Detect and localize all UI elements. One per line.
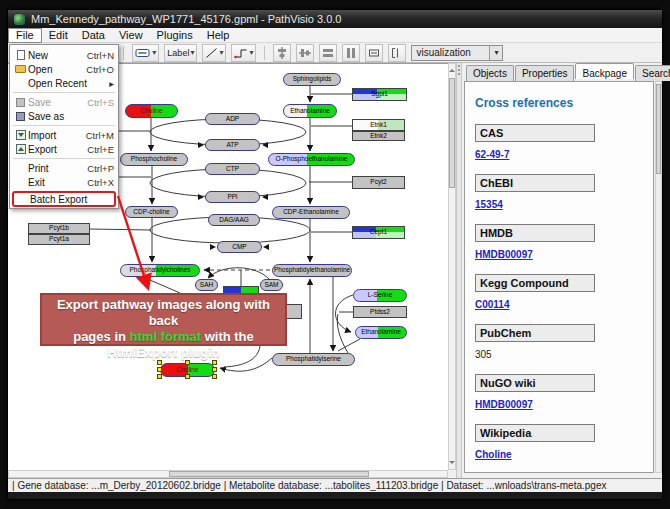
menu-item-open[interactable]: OpenCtrl+O: [10, 62, 118, 76]
selection-handle[interactable]: [157, 367, 162, 372]
pathway-node-l-serine[interactable]: L-Serine: [353, 289, 407, 302]
pathway-node-cmp[interactable]: CMP: [217, 241, 262, 253]
selection-handle[interactable]: [212, 374, 217, 379]
callout-line-2: pages in html format with the: [42, 329, 285, 345]
canvas-vertical-scrollbar[interactable]: [448, 63, 456, 470]
scrollbar-thumb[interactable]: [169, 471, 369, 477]
pathway-node-sam[interactable]: SAM: [260, 279, 283, 291]
cross-reference-link[interactable]: 62-49-7: [475, 149, 509, 160]
title-bar[interactable]: Mm_Kennedy_pathway_WP1771_45176.gpml - P…: [8, 10, 662, 28]
menu-item-batch-export[interactable]: Batch Export: [12, 191, 116, 207]
menu-item-open-recent[interactable]: Open Recent▸: [10, 76, 118, 90]
chevron-down-icon[interactable]: ▾: [190, 48, 194, 57]
menu-item-label: Import: [28, 130, 82, 141]
connector-tool-button[interactable]: ▾: [231, 44, 256, 62]
panel-scrollbar[interactable]: [655, 81, 662, 473]
tab-objects[interactable]: Objects: [466, 65, 514, 81]
pathway-node-atp[interactable]: ATP: [205, 139, 260, 151]
open-folder-icon: [13, 65, 28, 73]
chevron-down-icon[interactable]: ▾: [489, 46, 502, 60]
menu-shortcut: Ctrl+N: [83, 50, 114, 61]
new-document-icon: [17, 50, 25, 60]
menu-view[interactable]: View: [112, 28, 150, 43]
pathway-node-etnk2[interactable]: Etnk2: [352, 131, 405, 141]
pathway-node-ethanolamine[interactable]: Ethanolamine: [355, 326, 407, 339]
pathway-node-dag-aag[interactable]: DAG/AAG: [208, 214, 260, 226]
file-menu-dropdown: NewCtrl+NOpenCtrl+OOpen Recent▸SaveCtrl+…: [9, 44, 119, 209]
scale-to-fit-button[interactable]: [388, 44, 406, 62]
menu-item-import[interactable]: ImportCtrl+M: [10, 128, 118, 142]
pathway-node-adp[interactable]: ADP: [205, 113, 260, 125]
pathway-node-choline[interactable]: Choline: [125, 104, 178, 118]
pathway-node-ctp[interactable]: CTP: [205, 163, 260, 175]
tab-properties[interactable]: Properties: [515, 65, 575, 81]
pathway-node-cdp-choline[interactable]: CDP-choline: [125, 206, 178, 218]
gene-datanode-button[interactable]: ▾: [132, 44, 159, 62]
visualization-combobox[interactable]: visualization ▾: [411, 45, 503, 61]
pathway-node-ptdss2[interactable]: Ptdss2: [353, 306, 407, 318]
menu-help[interactable]: Help: [200, 28, 237, 43]
chevron-down-icon[interactable]: ▾: [152, 48, 156, 57]
import-icon: [13, 130, 28, 140]
line-tool-button[interactable]: ▾: [202, 44, 226, 62]
align-horizontal-center-button[interactable]: [273, 44, 291, 62]
menu-shortcut: Ctrl+S: [83, 97, 114, 108]
pathway-node-cdp-ethanolamine[interactable]: CDP-Ethanolamine: [272, 206, 350, 219]
selection-handle[interactable]: [212, 367, 217, 372]
menu-item-save-as[interactable]: Save as: [10, 109, 118, 123]
cross-reference-link[interactable]: HMDB00097: [475, 249, 533, 260]
selection-handle[interactable]: [157, 374, 162, 379]
tab-backpage[interactable]: Backpage: [575, 63, 633, 79]
stack-vertical-button[interactable]: [319, 44, 337, 62]
scrollbar-thumb[interactable]: [449, 78, 455, 188]
pathway-node-sah[interactable]: SAH: [195, 279, 218, 291]
menu-file[interactable]: File: [8, 28, 42, 43]
cross-reference-link[interactable]: 15354: [475, 199, 503, 210]
menu-plugins[interactable]: Plugins: [150, 28, 200, 43]
label-tool-button[interactable]: Label ▾: [164, 44, 197, 62]
menu-item-export[interactable]: ExportCtrl+E: [10, 142, 118, 156]
annotation-callout: Export pathway images along with back pa…: [40, 293, 287, 346]
cross-reference-link[interactable]: Choline: [475, 449, 512, 460]
section-value: 15354: [475, 199, 653, 210]
section-header: HMDB: [475, 224, 595, 242]
canvas-horizontal-scrollbar[interactable]: [8, 470, 448, 478]
pathway-node-ppi[interactable]: PPi: [205, 191, 260, 203]
import-icon: [16, 130, 26, 140]
pathway-node-phosphatidylcholines[interactable]: Phosphatidylcholines: [120, 264, 200, 277]
cross-reference-link[interactable]: C00114: [475, 299, 509, 310]
pathway-edge: [262, 142, 268, 148]
stack-horizontal-button[interactable]: [342, 44, 360, 62]
pathway-edge: [337, 314, 348, 353]
pathway-node-etnk1[interactable]: Etnk1: [352, 119, 405, 131]
menu-separator: [13, 125, 115, 126]
pathway-node-phosphocholine[interactable]: Phosphocholine: [120, 153, 188, 166]
pathway-node-sphingolipids[interactable]: Sphingolipids: [283, 73, 341, 86]
menu-edit[interactable]: Edit: [42, 28, 75, 43]
status-bar: | Gene database: ...m_Derby_20120602.bri…: [8, 478, 662, 492]
align-vertical-center-button[interactable]: [296, 44, 314, 62]
selection-handle[interactable]: [185, 374, 190, 379]
pathway-node-sgpl1[interactable]: Sgpl1: [352, 88, 407, 101]
pathway-node-phosphatidylethanolamine[interactable]: Phosphatidylethanolamine: [272, 264, 352, 277]
backpage-section-kegg-compound: Kegg CompoundC00114: [475, 274, 653, 310]
common-size-button[interactable]: [365, 44, 383, 62]
menu-data[interactable]: Data: [75, 28, 112, 43]
menu-item-new[interactable]: NewCtrl+N: [10, 48, 118, 62]
export-icon: [16, 144, 26, 154]
menu-item-print[interactable]: PrintCtrl+P: [10, 161, 118, 175]
pathway-node-o-phosphoethanolamine[interactable]: O-Phosphoethanolamine: [268, 153, 355, 166]
export-icon: [13, 144, 28, 154]
pathway-node-ethanolamine[interactable]: Ethanolamine: [283, 104, 337, 118]
menu-item-save[interactable]: SaveCtrl+S: [10, 95, 118, 109]
pathway-node-pcyt2[interactable]: Pcyt2: [352, 176, 405, 189]
scrollbar-thumb[interactable]: [656, 84, 661, 174]
pathway-node-pcyt1a[interactable]: Pcyt1a: [28, 234, 90, 245]
menu-item-exit[interactable]: ExitCtrl+X: [10, 175, 118, 189]
cross-reference-link[interactable]: HMDB00097: [475, 399, 533, 410]
chevron-down-icon[interactable]: ▾: [219, 48, 223, 57]
tab-search[interactable]: Search: [635, 65, 670, 81]
pathway-node-cept1[interactable]: Cept1: [352, 226, 405, 239]
chevron-down-icon[interactable]: ▾: [249, 48, 253, 57]
pathway-node-pcyt1b[interactable]: Pcyt1b: [28, 223, 90, 234]
